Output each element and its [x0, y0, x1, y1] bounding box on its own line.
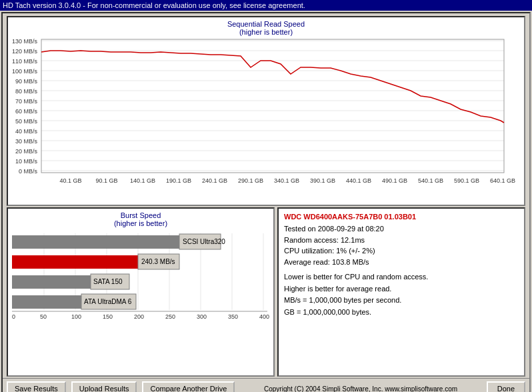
svg-text:200: 200	[134, 313, 144, 320]
svg-text:190.1 GB: 190.1 GB	[166, 177, 191, 184]
svg-text:100: 100	[71, 313, 81, 320]
burst-chart-area: Burst Speed (higher is better) SCSI Ultr…	[7, 207, 275, 377]
svg-text:120 MB/s: 120 MB/s	[12, 48, 38, 55]
burst-chart-svg: SCSI Ultra320 240.3 MB/s SATA 150 ATA Ul…	[11, 230, 271, 327]
svg-rect-42	[41, 39, 504, 173]
svg-text:50: 50	[40, 313, 47, 320]
svg-text:290.1 GB: 290.1 GB	[238, 177, 263, 184]
info-note-0: Lower is better for CPU and random acces…	[284, 271, 519, 283]
svg-text:90.1 GB: 90.1 GB	[95, 177, 117, 184]
main-container: Sequential Read Speed (higher is better)	[1, 12, 531, 392]
svg-text:20 MB/s: 20 MB/s	[15, 148, 38, 155]
svg-text:80 MB/s: 80 MB/s	[15, 88, 38, 95]
svg-text:540.1 GB: 540.1 GB	[418, 177, 443, 184]
info-line-2: CPU utilization: 1% (+/- 2%)	[284, 245, 519, 257]
svg-text:40 MB/s: 40 MB/s	[15, 128, 38, 135]
svg-text:640.1 GB: 640.1 GB	[490, 177, 515, 184]
info-note-3: GB = 1,000,000,000 bytes.	[284, 307, 519, 319]
svg-rect-57	[12, 275, 91, 289]
svg-text:40.1 GB: 40.1 GB	[59, 177, 81, 184]
done-button[interactable]: Done	[487, 381, 525, 392]
svg-text:240.1 GB: 240.1 GB	[202, 177, 227, 184]
title-bar: HD Tach version 3.0.4.0 - For non-commer…	[0, 0, 532, 11]
sequential-chart-svg: 0 MB/s 10 MB/s 20 MB/s 30 MB/s 40 MB/s 5…	[11, 37, 521, 187]
svg-text:340.1 GB: 340.1 GB	[274, 177, 299, 184]
burst-chart-title: Burst Speed (higher is better)	[11, 211, 271, 227]
bottom-section: Burst Speed (higher is better) SCSI Ultr…	[7, 207, 525, 377]
svg-text:ATA UltraDMA 6: ATA UltraDMA 6	[84, 298, 132, 305]
svg-text:100 MB/s: 100 MB/s	[12, 68, 38, 75]
svg-text:70 MB/s: 70 MB/s	[15, 98, 38, 105]
title-text: HD Tach version 3.0.4.0 - For non-commer…	[3, 1, 305, 9]
svg-rect-54	[12, 255, 138, 269]
svg-text:240.3 MB/s: 240.3 MB/s	[141, 258, 175, 265]
info-lines: Tested on 2008-09-29 at 08:20 Random acc…	[284, 223, 519, 267]
compare-drive-button[interactable]: Compare Another Drive	[142, 381, 235, 392]
info-note-2: MB/s = 1,000,000 bytes per second.	[284, 295, 519, 307]
info-notes: Lower is better for CPU and random acces…	[284, 271, 519, 318]
svg-text:110 MB/s: 110 MB/s	[12, 58, 38, 65]
svg-text:590.1 GB: 590.1 GB	[454, 177, 479, 184]
info-line-0: Tested on 2008-09-29 at 08:20	[284, 223, 519, 235]
svg-text:SCSI Ultra320: SCSI Ultra320	[183, 238, 225, 245]
footer-bar: SSave Resultsave Results Upload Results …	[3, 378, 529, 392]
svg-text:390.1 GB: 390.1 GB	[310, 177, 335, 184]
sequential-chart-title: Sequential Read Speed (higher is better)	[11, 20, 521, 36]
info-line-1: Random access: 12.1ms	[284, 235, 519, 246]
svg-text:130 MB/s: 130 MB/s	[12, 38, 38, 45]
svg-text:60 MB/s: 60 MB/s	[15, 108, 38, 115]
svg-text:300: 300	[197, 313, 207, 320]
upload-results-button[interactable]: Upload Results	[71, 381, 137, 392]
svg-text:SATA 150: SATA 150	[93, 278, 123, 285]
svg-text:440.1 GB: 440.1 GB	[346, 177, 371, 184]
svg-text:30 MB/s: 30 MB/s	[15, 138, 38, 145]
save-results-button[interactable]: SSave Resultsave Results	[7, 381, 66, 392]
svg-text:400: 400	[259, 313, 269, 320]
svg-text:140.1 GB: 140.1 GB	[130, 177, 155, 184]
svg-rect-60	[12, 295, 81, 309]
svg-text:350: 350	[228, 313, 238, 320]
sequential-read-line	[41, 51, 504, 123]
info-line-3: Average read: 103.8 MB/s	[284, 257, 519, 268]
svg-text:150: 150	[103, 313, 113, 320]
svg-text:250: 250	[165, 313, 175, 320]
svg-text:50 MB/s: 50 MB/s	[15, 118, 38, 125]
svg-rect-51	[12, 235, 179, 249]
sequential-chart-area: Sequential Read Speed (higher is better)	[7, 16, 525, 206]
svg-text:90 MB/s: 90 MB/s	[15, 78, 38, 85]
info-panel: WDC WD6400AAKS-75A7B0 01.03B01 Tested on…	[277, 207, 525, 377]
svg-text:10 MB/s: 10 MB/s	[15, 158, 38, 165]
svg-text:490.1 GB: 490.1 GB	[382, 177, 407, 184]
copyright-text: Copyright (C) 2004 Simpli Software, Inc.…	[240, 385, 481, 393]
info-title: WDC WD6400AAKS-75A7B0 01.03B01	[284, 213, 519, 221]
info-note-1: Higher is better for average read.	[284, 283, 519, 295]
svg-text:0 MB/s: 0 MB/s	[19, 168, 38, 175]
svg-text:0: 0	[12, 313, 15, 320]
